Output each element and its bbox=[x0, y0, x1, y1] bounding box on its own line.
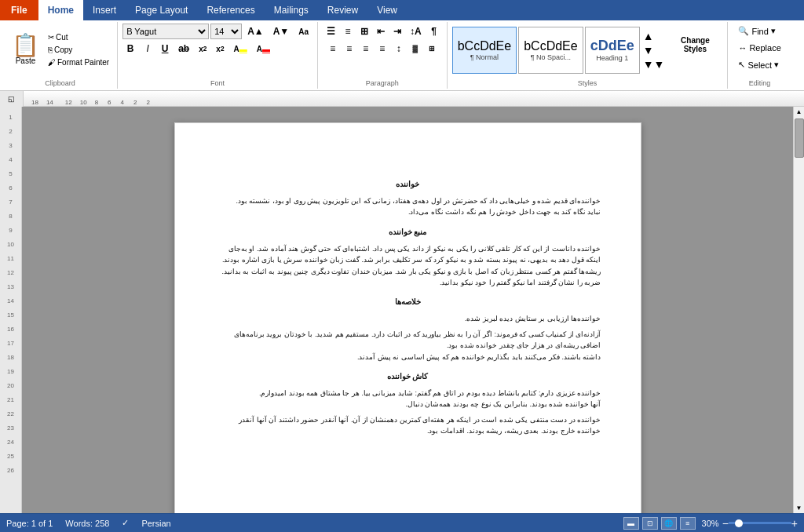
paste-icon: 📋 bbox=[12, 35, 39, 56]
style-heading1-preview: cDdEe bbox=[590, 38, 634, 54]
cut-icon: ✂ bbox=[48, 33, 54, 42]
paste-button[interactable]: 📋 Paste bbox=[8, 32, 43, 67]
style-normal-label: ¶ Normal bbox=[470, 53, 499, 61]
cut-button[interactable]: ✂ Cut bbox=[45, 31, 112, 43]
sort-button[interactable]: ↕A bbox=[406, 24, 426, 39]
ruler-corner: ◱ bbox=[0, 91, 24, 107]
doc-para-5: خواننده در دست منتفی یکی شده است در اینک… bbox=[214, 414, 601, 437]
clear-format-button[interactable]: Aa bbox=[294, 24, 312, 39]
style-heading1-button[interactable]: cDdEe Heading 1 bbox=[585, 27, 640, 74]
style-no-spacing-button[interactable]: bCcDdEe ¶ No Spaci... bbox=[518, 27, 583, 74]
replace-button[interactable]: ↔ Replace bbox=[733, 41, 786, 55]
copy-icon: ⎘ bbox=[48, 46, 53, 54]
tab-file[interactable]: File bbox=[0, 0, 38, 20]
replace-label: Replace bbox=[749, 43, 780, 53]
doc-para-3: آزادنه‌ای از کمنیاب کسی که فرموند: اگر آ… bbox=[214, 329, 601, 363]
font-name-select[interactable]: B Yagut bbox=[122, 24, 209, 39]
tab-references[interactable]: References bbox=[197, 0, 264, 20]
find-button[interactable]: 🔍 Find ▾ bbox=[733, 24, 786, 38]
justify-button[interactable]: ≡ bbox=[375, 41, 390, 56]
tab-insert[interactable]: Insert bbox=[83, 0, 126, 20]
zoom-control: 30% − + bbox=[702, 517, 798, 530]
cut-label: Cut bbox=[56, 33, 68, 42]
select-icon: ↖ bbox=[738, 60, 745, 70]
clipboard-sub: ✂ Cut ⎘ Copy 🖌 Format Painter bbox=[45, 31, 112, 68]
ribbon: 📋 Paste ✂ Cut ⎘ Copy 🖌 Format Painter bbox=[0, 20, 804, 91]
right-scrollbar: ▲ ▼ bbox=[793, 107, 804, 513]
change-styles-button[interactable]: Change Styles bbox=[667, 37, 722, 53]
left-ruler: 1 2 3 4 5 6 7 8 9 10 11 12 13 14 15 16 1… bbox=[0, 107, 22, 513]
zoom-out-button[interactable]: − bbox=[722, 517, 729, 530]
style-no-spacing-label: ¶ No Spaci... bbox=[531, 53, 571, 61]
italic-button[interactable]: I bbox=[140, 41, 155, 56]
style-normal-button[interactable]: bCcDdEe ¶ Normal bbox=[452, 27, 517, 74]
format-painter-label: Format Painter bbox=[57, 58, 109, 67]
line-spacing-button[interactable]: ↕ bbox=[391, 41, 407, 56]
tab-view[interactable]: View bbox=[367, 0, 407, 20]
web-layout-button[interactable]: 🌐 bbox=[661, 517, 677, 530]
zoom-slider[interactable] bbox=[729, 522, 791, 524]
decrease-font-button[interactable]: A▼ bbox=[269, 24, 294, 39]
styles-group-label: Styles bbox=[448, 79, 728, 87]
top-ruler: 18 14 12 10 8 6 4 2 2 bbox=[24, 91, 804, 106]
show-marks-button[interactable]: ¶ bbox=[426, 24, 442, 39]
style-heading1-label: Heading 1 bbox=[596, 54, 628, 62]
print-layout-button[interactable]: ▬ bbox=[623, 517, 639, 530]
select-label: Select bbox=[747, 60, 772, 70]
increase-indent-button[interactable]: ⇥ bbox=[389, 24, 405, 39]
tab-home[interactable]: Home bbox=[38, 0, 83, 20]
editing-group-label: Editing bbox=[728, 79, 791, 87]
styles-scroll[interactable]: ▲ ▼ ▼▼ bbox=[641, 30, 667, 71]
paste-label: Paste bbox=[16, 56, 36, 65]
format-painter-icon: 🖌 bbox=[48, 58, 56, 67]
zoom-in-button[interactable]: + bbox=[791, 517, 798, 530]
borders-button[interactable]: ⊞ bbox=[424, 41, 440, 56]
status-bar: Page: 1 of 1 Words: 258 ✓ Persian ▬ ⊡ 🌐 … bbox=[0, 513, 804, 532]
underline-button[interactable]: U bbox=[157, 41, 173, 56]
superscript-button[interactable]: x2 bbox=[212, 41, 228, 56]
tab-page-layout[interactable]: Page Layout bbox=[126, 0, 197, 20]
bold-button[interactable]: B bbox=[122, 41, 138, 56]
align-right-button[interactable]: ≡ bbox=[358, 41, 374, 56]
spell-check-icon[interactable]: ✓ bbox=[122, 518, 129, 528]
doc-section-title-1: منبع خواننده bbox=[214, 226, 601, 239]
copy-button[interactable]: ⎘ Copy bbox=[45, 44, 112, 56]
document-area[interactable]: خواننده خواننده‌ای قدیم شده و خیلی‌هایی … bbox=[22, 107, 793, 513]
page-status: Page: 1 of 1 bbox=[6, 519, 53, 528]
outline-view-button[interactable]: ≡ bbox=[680, 517, 696, 530]
align-left-button[interactable]: ≡ bbox=[325, 41, 341, 56]
font-color-button[interactable]: A▬ bbox=[253, 41, 274, 56]
tab-review[interactable]: Review bbox=[318, 0, 367, 20]
tab-mailings[interactable]: Mailings bbox=[265, 0, 318, 20]
full-screen-button[interactable]: ⊡ bbox=[642, 517, 658, 530]
zoom-slider-thumb bbox=[735, 519, 743, 527]
increase-font-button[interactable]: A▲ bbox=[243, 24, 268, 39]
strikethrough-button[interactable]: ab bbox=[174, 41, 193, 56]
find-icon: 🔍 bbox=[738, 26, 749, 36]
doc-para-4: خواننده عزیزی دارم: کتابم بانشاط دیده بو… bbox=[214, 388, 601, 410]
font-group-label: Font bbox=[118, 79, 317, 87]
multilevel-list-button[interactable]: ⊞ bbox=[356, 24, 372, 39]
scroll-down-button[interactable]: ▼ bbox=[794, 503, 804, 513]
align-center-button[interactable]: ≡ bbox=[342, 41, 357, 56]
select-button[interactable]: ↖ Select ▾ bbox=[733, 57, 786, 72]
text-highlight-button[interactable]: A▬ bbox=[230, 41, 251, 56]
scroll-thumb[interactable] bbox=[795, 118, 804, 158]
bullet-list-button[interactable]: ☰ bbox=[323, 24, 339, 39]
doc-section-title-2: خلاصه‌ها bbox=[214, 296, 601, 308]
ruler-area: ◱ 18 14 12 10 8 6 4 2 2 bbox=[0, 91, 804, 107]
format-painter-button[interactable]: 🖌 Format Painter bbox=[45, 56, 112, 68]
copy-label: Copy bbox=[54, 46, 72, 54]
main-area: 1 2 3 4 5 6 7 8 9 10 11 12 13 14 15 16 1… bbox=[0, 107, 804, 513]
shading-button[interactable]: ▓ bbox=[407, 41, 423, 56]
style-no-spacing-preview: bCcDdEe bbox=[524, 39, 577, 53]
font-size-select[interactable]: 14 bbox=[210, 24, 242, 39]
document-content[interactable]: خواننده خواننده‌ای قدیم شده و خیلی‌هایی … bbox=[214, 178, 601, 436]
subscript-button[interactable]: x2 bbox=[195, 41, 210, 56]
status-bar-right: ▬ ⊡ 🌐 ≡ 30% − + bbox=[623, 517, 798, 530]
decrease-indent-button[interactable]: ⇤ bbox=[373, 24, 389, 39]
language-indicator[interactable]: Persian bbox=[141, 519, 170, 528]
scroll-up-button[interactable]: ▲ bbox=[794, 107, 804, 117]
editing-group: 🔍 Find ▾ ↔ Replace ↖ Select ▾ Editing bbox=[728, 22, 791, 89]
numbered-list-button[interactable]: ≡ bbox=[340, 24, 356, 39]
